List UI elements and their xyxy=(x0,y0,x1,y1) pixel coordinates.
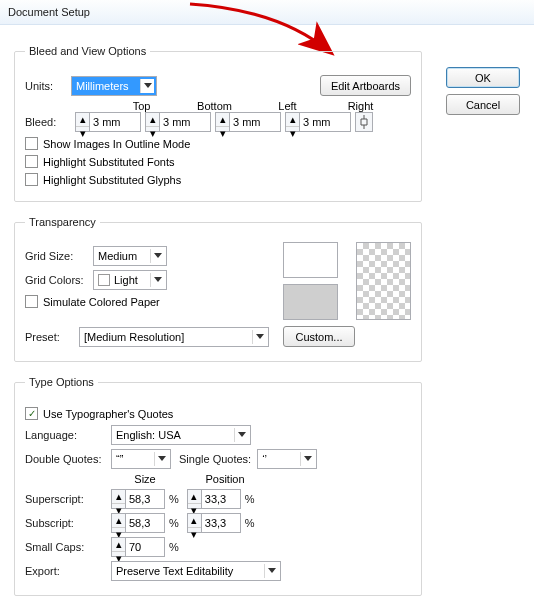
grid-colors-value: Light xyxy=(114,274,138,286)
superscript-size-input[interactable] xyxy=(125,489,165,509)
percent-label: % xyxy=(169,493,179,505)
bleed-left-stepper[interactable]: ▴▾ xyxy=(215,112,281,132)
checkbox-label: Highlight Substituted Fonts xyxy=(43,156,174,168)
language-value: English: USA xyxy=(116,429,181,441)
small-caps-stepper[interactable]: ▴▾ xyxy=(111,537,165,557)
dialog-title: Document Setup xyxy=(0,0,534,25)
checkbox-label: Show Images In Outline Mode xyxy=(43,138,190,150)
header-left: Left xyxy=(251,100,324,112)
grid-size-select[interactable]: Medium xyxy=(93,246,167,266)
transparency-group: Transparency Grid Size: Medium Grid Colo… xyxy=(14,216,422,362)
export-label: Export: xyxy=(25,565,105,577)
position-header: Position xyxy=(185,473,265,485)
small-caps-label: Small Caps: xyxy=(25,541,105,553)
size-header: Size xyxy=(105,473,185,485)
bleed-right-stepper[interactable]: ▴▾ xyxy=(285,112,351,132)
checkbox-label: Use Typographer's Quotes xyxy=(43,408,173,420)
subscript-pos-stepper[interactable]: ▴▾ xyxy=(187,513,241,533)
bleed-label: Bleed: xyxy=(25,116,65,128)
preset-select[interactable]: [Medium Resolution] xyxy=(79,327,269,347)
preset-value: [Medium Resolution] xyxy=(84,331,184,343)
transparency-legend: Transparency xyxy=(25,216,100,228)
subscript-label: Subscript: xyxy=(25,517,105,529)
superscript-pos-input[interactable] xyxy=(201,489,241,509)
checkbox-label: Simulate Colored Paper xyxy=(43,296,160,308)
chevron-down-icon xyxy=(252,330,266,344)
highlight-glyphs-checkbox[interactable]: Highlight Substituted Glyphs xyxy=(25,173,411,186)
checkbox-icon xyxy=(25,295,38,308)
double-quotes-label: Double Quotes: xyxy=(25,453,105,465)
double-quotes-select[interactable]: “” xyxy=(111,449,171,469)
header-right: Right xyxy=(324,100,397,112)
chevron-down-icon xyxy=(150,273,164,287)
small-caps-input[interactable] xyxy=(125,537,165,557)
swatch-bottom[interactable] xyxy=(283,284,338,320)
grid-colors-label: Grid Colors: xyxy=(25,274,87,286)
units-value: Millimeters xyxy=(76,80,129,92)
subscript-pos-input[interactable] xyxy=(201,513,241,533)
language-label: Language: xyxy=(25,429,105,441)
checkbox-label: Highlight Substituted Glyphs xyxy=(43,174,181,186)
superscript-size-stepper[interactable]: ▴▾ xyxy=(111,489,165,509)
grid-size-value: Medium xyxy=(98,250,137,262)
subscript-size-input[interactable] xyxy=(125,513,165,533)
bleed-top-stepper[interactable]: ▴▾ xyxy=(75,112,141,132)
chevron-down-icon xyxy=(234,428,248,442)
swatch-top[interactable] xyxy=(283,242,338,278)
header-top: Top xyxy=(105,100,178,112)
units-label: Units: xyxy=(25,80,65,92)
percent-label: % xyxy=(169,541,179,553)
chevron-down-icon xyxy=(300,452,314,466)
bleed-left-input[interactable] xyxy=(229,112,281,132)
percent-label: % xyxy=(169,517,179,529)
chevron-down-icon xyxy=(150,249,164,263)
export-select[interactable]: Preserve Text Editability xyxy=(111,561,281,581)
bleed-bottom-stepper[interactable]: ▴▾ xyxy=(145,112,211,132)
cancel-button[interactable]: Cancel xyxy=(446,94,520,115)
bleed-right-input[interactable] xyxy=(299,112,351,132)
single-quotes-label: Single Quotes: xyxy=(179,453,251,465)
grid-colors-select[interactable]: Light xyxy=(93,270,167,290)
down-icon[interactable]: ▾ xyxy=(216,127,229,140)
sq-value: ‘’ xyxy=(262,453,267,465)
preset-label: Preset: xyxy=(25,331,73,343)
up-icon[interactable]: ▴ xyxy=(286,113,299,127)
link-icon[interactable] xyxy=(355,112,373,132)
up-icon[interactable]: ▴ xyxy=(146,113,159,127)
type-options-group: Type Options Use Typographer's Quotes La… xyxy=(14,376,422,596)
language-select[interactable]: English: USA xyxy=(111,425,251,445)
swatch-checker xyxy=(356,242,411,320)
bleed-view-group: Bleed and View Options Units: Millimeter… xyxy=(14,45,422,202)
grid-size-label: Grid Size: xyxy=(25,250,87,262)
bleed-headers: Top Bottom Left Right xyxy=(105,100,411,112)
edit-artboards-button[interactable]: Edit Artboards xyxy=(320,75,411,96)
chevron-down-icon xyxy=(154,452,168,466)
color-swatch-icon xyxy=(98,274,110,286)
bleed-top-input[interactable] xyxy=(89,112,141,132)
percent-label: % xyxy=(245,493,255,505)
superscript-pos-stepper[interactable]: ▴▾ xyxy=(187,489,241,509)
export-value: Preserve Text Editability xyxy=(116,565,233,577)
highlight-fonts-checkbox[interactable]: Highlight Substituted Fonts xyxy=(25,155,411,168)
header-bottom: Bottom xyxy=(178,100,251,112)
superscript-label: Superscript: xyxy=(25,493,105,505)
chevron-down-icon xyxy=(264,564,278,578)
checkbox-icon xyxy=(25,407,38,420)
ok-button[interactable]: OK xyxy=(446,67,520,88)
down-icon[interactable]: ▾ xyxy=(286,127,299,140)
bleed-bottom-input[interactable] xyxy=(159,112,211,132)
up-icon[interactable]: ▴ xyxy=(216,113,229,127)
simulate-paper-checkbox[interactable]: Simulate Colored Paper xyxy=(25,295,265,308)
typographers-quotes-checkbox[interactable]: Use Typographer's Quotes xyxy=(25,407,411,420)
single-quotes-select[interactable]: ‘’ xyxy=(257,449,317,469)
bleed-legend: Bleed and View Options xyxy=(25,45,150,57)
type-legend: Type Options xyxy=(25,376,98,388)
checkbox-icon xyxy=(25,155,38,168)
custom-button[interactable]: Custom... xyxy=(283,326,355,347)
checkbox-icon xyxy=(25,173,38,186)
dq-value: “” xyxy=(116,453,123,465)
subscript-size-stepper[interactable]: ▴▾ xyxy=(111,513,165,533)
percent-label: % xyxy=(245,517,255,529)
units-select[interactable]: Millimeters xyxy=(71,76,157,96)
up-icon[interactable]: ▴ xyxy=(76,113,89,127)
